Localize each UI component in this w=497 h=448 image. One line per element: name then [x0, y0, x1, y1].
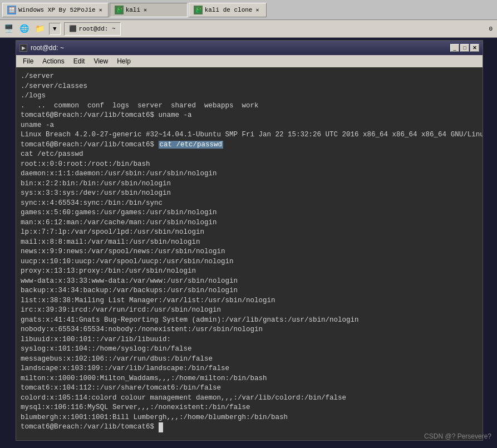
term-line-25: gnats:x:41:41:Gnats Bug-Reporting System… — [21, 316, 478, 326]
terminal-body[interactable]: ./server ./server/classes ./logs . .. co… — [16, 67, 483, 440]
term-line-11: bin:x:2:2:bin:/bin:/usr/sbin/nologin — [21, 179, 478, 189]
taskbar-btn-kali[interactable]: 🐉 kali ✕ — [110, 3, 188, 17]
term-line-0: ./server — [21, 72, 478, 82]
term-line-23: list:x:38:38:Mailing List Manager:/var/l… — [21, 296, 478, 306]
term-line-34: mysql:x:106:116:MySQL Server,,,:/nonexis… — [21, 403, 478, 413]
term-line-12: sys:x:3:3:sys:/dev:/usr/sbin/nologin — [21, 189, 478, 199]
taskbar-btn-kali-clone-label: kali de clone — [205, 7, 253, 13]
tray-dropdown-btn[interactable]: ▼ — [49, 23, 61, 35]
kali-icon: 🐉 — [115, 6, 124, 14]
term-line-35: blumbergh:x:1001:1001:Bill Lumbergh,,,:/… — [21, 413, 478, 423]
term-line-4: tomcat6@Breach:/var/lib/tomcat6$ uname -… — [21, 111, 478, 121]
terminal-title: root@dd: ~ — [31, 44, 64, 52]
taskbar-close-xp[interactable]: ✕ — [98, 7, 104, 13]
taskbar-btn-kali-clone[interactable]: 🐉 kali de clone ✕ — [189, 3, 267, 17]
menu-actions[interactable]: Actions — [38, 56, 68, 66]
term-line-18: news:x:9:9:news:/var/spool/news:/usr/sbi… — [21, 247, 478, 257]
taskbar-close-kali-clone[interactable]: ✕ — [254, 7, 260, 13]
term-line-22: backup:x:34:34:backup:/var/backups:/usr/… — [21, 286, 478, 296]
term-line-21: www-data:x:33:33:www-data:/var/www:/usr/… — [21, 277, 478, 287]
terminal-tray-label: root@dd: ~ — [79, 26, 116, 32]
terminal-cursor — [159, 422, 163, 432]
term-line-31: milton:x:1000:1000:Milton_Waddams,,,:/ho… — [21, 374, 478, 384]
xp-icon: 🪟 — [7, 6, 16, 14]
menu-help[interactable]: Help — [112, 56, 135, 66]
term-line-24: irc:x:39:39:ircd:/var/run/ircd:/usr/sbin… — [21, 306, 478, 316]
tray-right: 0 — [489, 26, 495, 32]
term-line-5: uname -a — [21, 121, 478, 131]
term-line-1: ./server/classes — [21, 82, 478, 92]
term-line-8: cat /etc/passwd — [21, 150, 478, 160]
terminal-tray-button[interactable]: ⬛ root@dd: ~ — [64, 22, 121, 36]
term-line-16: lp:x:7:7:lp:/var/spool/lpd:/usr/sbin/nol… — [21, 228, 478, 238]
term-line-2: ./logs — [21, 91, 478, 101]
term-line-7: tomcat6@Breach:/var/lib/tomcat6$ cat /et… — [21, 140, 478, 150]
term-line-9: root:x:0:0:root:/root:/bin/bash — [21, 160, 478, 170]
term-line-30: landscape:x:103:109::/var/lib/landscape:… — [21, 364, 478, 374]
titlebar-controls: _ □ ✕ — [450, 44, 479, 52]
watermark: CSDN @? Persevere? — [424, 432, 491, 440]
term-line-10: daemon:x:1:1:daemon:/usr/sbin:/usr/sbin/… — [21, 169, 478, 179]
term-line-28: syslog:x:101:104::/home/syslog:/bin/fals… — [21, 344, 478, 355]
term-line-20: proxy:x:13:13:proxy:/bin:/usr/sbin/nolog… — [21, 267, 478, 277]
tray-icon-1[interactable]: 🖥️ — [2, 23, 14, 35]
term-line-3: . .. common conf logs server shared weba… — [21, 101, 478, 111]
menu-view[interactable]: View — [89, 56, 112, 66]
term-line-17: mail:x:8:8:mail:/var/mail:/usr/sbin/nolo… — [21, 238, 478, 248]
term-line-15: man:x:6:12:man:/var/cache/man:/usr/sbin/… — [21, 218, 478, 228]
term-line-36: tomcat6@Breach:/var/lib/tomcat6$ — [21, 422, 478, 432]
term-line-13: sync:x:4:65534:sync:/bin:/bin/sync — [21, 199, 478, 209]
menu-edit[interactable]: Edit — [69, 56, 90, 66]
tray-bar: 🖥️ 🌐 📁 ▼ ⬛ root@dd: ~ 0 — [0, 20, 497, 38]
taskbar-btn-kali-label: kali — [126, 7, 140, 13]
term-line-27: libuuid:x:100:101::/var/lib/libuuid: — [21, 335, 478, 345]
taskbar-btn-xp-label: Windows XP By 52PoJie — [18, 7, 96, 13]
term-line-14: games:x:5:60:games:/usr/games:/usr/sbin/… — [21, 208, 478, 218]
tray-icon-2[interactable]: 🌐 — [18, 23, 30, 35]
term-line-19: uucp:x:10:10:uucp:/var/spool/uucp:/usr/s… — [21, 257, 478, 267]
close-button[interactable]: ✕ — [470, 44, 479, 52]
kali-clone-icon: 🐉 — [194, 6, 203, 14]
menu-file[interactable]: File — [18, 56, 38, 66]
term-line-32: tomcat6:x:104:112::/usr/share/tomcat6:/b… — [21, 383, 478, 393]
terminal-icon-small: ⬛ — [69, 25, 77, 32]
minimize-button[interactable]: _ — [450, 44, 459, 52]
maximize-button[interactable]: □ — [460, 44, 469, 52]
tray-right-text: 0 — [489, 26, 493, 32]
terminal-window: ▶ root@dd: ~ _ □ ✕ File Actions Edit Vie… — [16, 40, 483, 441]
terminal-app-icon: ▶ — [19, 44, 27, 52]
term-line-33: colord:x:105:114:colord colour managemen… — [21, 393, 478, 403]
cmd-highlight: cat /etc/passwd — [159, 141, 224, 149]
taskbar-close-kali[interactable]: ✕ — [142, 7, 148, 13]
terminal-titlebar: ▶ root@dd: ~ _ □ ✕ — [16, 41, 483, 55]
term-line-29: messagebus:x:102:106::/var/run/dbus:/bin… — [21, 355, 478, 365]
titlebar-left: ▶ root@dd: ~ — [19, 44, 64, 52]
term-line-6: Linux Breach 4.2.0-27-generic #32~14.04.… — [21, 130, 478, 140]
taskbar: 🪟 Windows XP By 52PoJie ✕ 🐉 kali ✕ 🐉 kal… — [0, 0, 497, 20]
term-line-26: nobody:x:65534:65534:nobody:/nonexistent… — [21, 325, 478, 335]
tray-icon-3[interactable]: 📁 — [33, 23, 46, 35]
taskbar-btn-xp[interactable]: 🪟 Windows XP By 52PoJie ✕ — [2, 3, 109, 17]
menu-bar: File Actions Edit View Help — [16, 55, 483, 67]
